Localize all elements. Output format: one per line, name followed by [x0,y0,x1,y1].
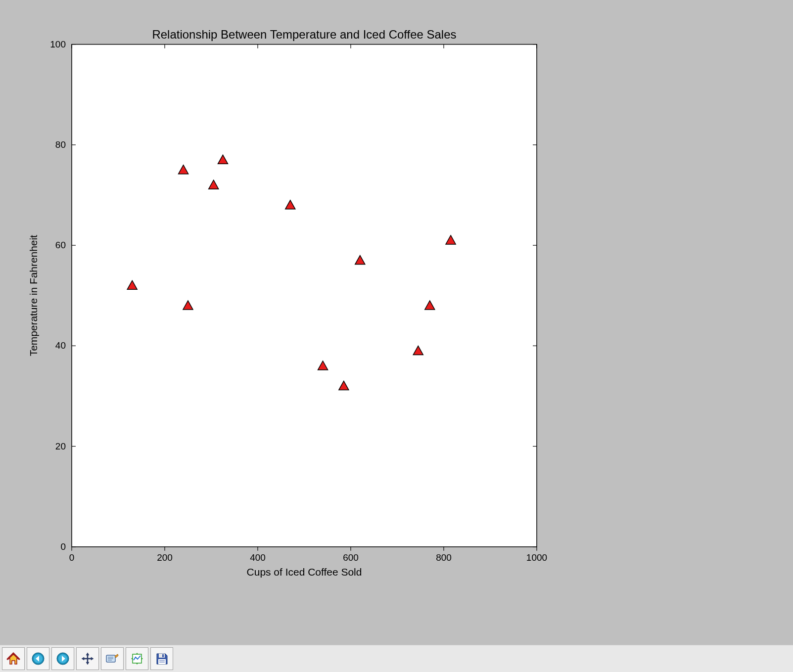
pan-icon [80,651,95,666]
svg-rect-31 [162,654,164,657]
save-icon [154,651,169,666]
subplots-button[interactable] [126,647,148,670]
x-tick-label: 200 [157,552,173,563]
back-icon [31,651,46,666]
back-button[interactable] [27,647,49,670]
y-tick-label: 60 [55,240,66,250]
save-button[interactable] [150,647,173,670]
forward-button[interactable] [51,647,74,670]
plot-area [72,45,537,547]
home-button[interactable] [2,647,25,670]
scatter-chart: 02004006008001000020406080100Relationshi… [0,0,793,645]
x-tick-label: 800 [436,552,452,563]
y-tick-label: 80 [55,139,66,150]
svg-rect-32 [158,659,166,664]
forward-icon [55,651,70,666]
zoom-button[interactable] [101,647,124,670]
svg-rect-30 [159,654,165,658]
x-tick-label: 600 [343,552,359,563]
x-tick-label: 0 [69,552,75,563]
chart-title: Relationship Between Temperature and Ice… [152,28,456,41]
y-axis-label: Temperature in Fahrenheit [28,235,39,356]
subplots-icon [130,651,144,666]
home-icon [6,651,21,666]
y-tick-label: 100 [50,39,66,49]
x-tick-label: 400 [250,552,266,563]
y-tick-label: 20 [55,441,66,451]
figure-canvas: 02004006008001000020406080100Relationshi… [0,0,793,645]
pan-button[interactable] [76,647,99,670]
zoom-icon [105,651,120,666]
x-tick-label: 1000 [526,552,547,563]
y-tick-label: 0 [60,541,66,552]
y-tick-label: 40 [55,340,66,351]
x-axis-label: Cups of Iced Coffee Sold [247,566,362,578]
matplotlib-toolbar [0,645,793,672]
